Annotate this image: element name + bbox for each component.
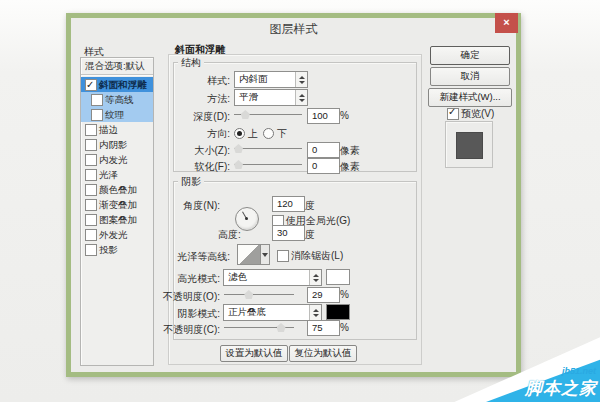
shadow-opacity-thumb[interactable] bbox=[277, 323, 286, 332]
ok-button[interactable]: 确定 bbox=[430, 46, 510, 65]
screenshot-stage: 图层样式 × 样式 混合选项:默认 斜面和浮雕 等高线 纹理 描边 bbox=[0, 0, 600, 402]
altitude-label: 高度: bbox=[218, 228, 241, 242]
preview-checkbox[interactable] bbox=[447, 108, 459, 120]
cancel-button[interactable]: 取消 bbox=[430, 67, 510, 86]
preview-frame bbox=[445, 121, 493, 168]
inner-glow-checkbox[interactable] bbox=[85, 154, 97, 166]
sidebar-item-pattern-overlay[interactable]: 图案叠加 bbox=[81, 212, 153, 227]
size-slider-thumb[interactable] bbox=[234, 144, 243, 153]
gloss-contour-thumbnail[interactable] bbox=[237, 244, 261, 265]
depth-slider[interactable] bbox=[234, 108, 302, 120]
drop-shadow-checkbox[interactable] bbox=[85, 244, 97, 256]
sidebar-item-inner-shadow[interactable]: 内阴影 bbox=[81, 137, 153, 152]
style-label: 样式: bbox=[171, 74, 230, 88]
direction-up-radio[interactable] bbox=[234, 128, 245, 139]
highlight-mode-label: 高光模式: bbox=[166, 272, 220, 286]
depth-slider-thumb[interactable] bbox=[241, 110, 250, 119]
shadow-opacity-slider[interactable] bbox=[224, 321, 294, 333]
stroke-checkbox[interactable] bbox=[85, 124, 97, 136]
layer-style-dialog: 图层样式 × 样式 混合选项:默认 斜面和浮雕 等高线 纹理 描边 bbox=[66, 13, 521, 377]
dialog-title: 图层样式 bbox=[71, 21, 516, 38]
highlight-opacity-thumb[interactable] bbox=[244, 290, 253, 299]
close-icon: × bbox=[503, 16, 509, 28]
highlight-mode-dropdown[interactable]: 滤色 bbox=[223, 269, 322, 286]
angle-label: 角度(N): bbox=[166, 199, 220, 213]
close-button[interactable]: × bbox=[495, 13, 518, 33]
shading-legend: 阴影 bbox=[178, 175, 204, 189]
contour-checkbox[interactable] bbox=[91, 94, 103, 106]
sidebar-separator bbox=[81, 74, 153, 76]
spinner-arrows-icon bbox=[295, 90, 307, 105]
size-label: 大小(Z): bbox=[171, 144, 230, 158]
outer-glow-checkbox[interactable] bbox=[85, 229, 97, 241]
spinner-arrows-icon bbox=[295, 72, 307, 87]
sidebar-item-contour[interactable]: 等高线 bbox=[81, 92, 153, 107]
sidebar-item-blending-options[interactable]: 混合选项:默认 bbox=[81, 58, 153, 73]
shadow-mode-dropdown[interactable]: 正片叠底 bbox=[223, 304, 322, 321]
texture-checkbox[interactable] bbox=[91, 109, 103, 121]
sidebar-item-inner-glow[interactable]: 内发光 bbox=[81, 152, 153, 167]
angle-unit: 度 bbox=[305, 199, 315, 213]
sidebar-item-texture[interactable]: 纹理 bbox=[81, 107, 153, 122]
color-overlay-checkbox[interactable] bbox=[85, 184, 97, 196]
spinner-arrows-icon bbox=[309, 270, 321, 285]
shadow-mode-label: 阴影模式: bbox=[166, 307, 220, 321]
shadow-color-swatch[interactable] bbox=[326, 304, 350, 320]
soften-slider[interactable] bbox=[234, 158, 302, 170]
highlight-opacity-label: 不透明度(O): bbox=[160, 290, 220, 304]
soften-label: 软化(F): bbox=[171, 160, 230, 174]
highlight-opacity-input[interactable]: 29 bbox=[307, 287, 340, 303]
size-slider[interactable] bbox=[234, 142, 302, 154]
structure-legend: 结构 bbox=[178, 56, 204, 70]
direction-label: 方向: bbox=[171, 127, 230, 141]
depth-input[interactable]: 100 bbox=[307, 108, 340, 124]
altitude-input[interactable]: 30 bbox=[272, 225, 305, 241]
direction-down-radio[interactable] bbox=[263, 128, 274, 139]
angle-dial-dot bbox=[245, 217, 248, 220]
spinner-arrows-icon bbox=[309, 305, 321, 320]
sidebar-item-satin[interactable]: 光泽 bbox=[81, 167, 153, 182]
angle-input[interactable]: 120 bbox=[272, 196, 305, 212]
depth-label: 深度(D): bbox=[171, 110, 230, 124]
preview-swatch bbox=[456, 132, 483, 159]
soften-unit: 像素 bbox=[340, 160, 360, 174]
sidebar-item-gradient-overlay[interactable]: 渐变叠加 bbox=[81, 197, 153, 212]
size-input[interactable]: 0 bbox=[307, 142, 340, 158]
titlebar[interactable]: 图层样式 bbox=[71, 18, 516, 39]
size-unit: 像素 bbox=[340, 144, 360, 158]
gloss-contour-dropdown-icon[interactable] bbox=[261, 244, 270, 265]
preview-label: 预览(V) bbox=[461, 107, 494, 121]
bevel-emboss-checkbox[interactable] bbox=[85, 79, 97, 91]
direction-up-label: 上 bbox=[248, 127, 258, 141]
highlight-opacity-unit: % bbox=[340, 289, 349, 300]
inner-shadow-checkbox[interactable] bbox=[85, 139, 97, 151]
sidebar-item-drop-shadow[interactable]: 投影 bbox=[81, 242, 153, 257]
technique-dropdown[interactable]: 平滑 bbox=[234, 89, 308, 106]
sidebar-item-stroke[interactable]: 描边 bbox=[81, 122, 153, 137]
antialias-label: 消除锯齿(L) bbox=[291, 249, 343, 263]
shadow-opacity-unit: % bbox=[340, 322, 349, 333]
highlight-opacity-slider[interactable] bbox=[224, 288, 294, 300]
antialias-checkbox[interactable] bbox=[277, 250, 289, 262]
altitude-unit: 度 bbox=[305, 228, 315, 242]
new-style-button[interactable]: 新建样式(W)... bbox=[428, 88, 512, 107]
reset-default-button[interactable]: 复位为默认值 bbox=[289, 345, 357, 362]
soften-input[interactable]: 0 bbox=[307, 158, 340, 174]
pattern-overlay-checkbox[interactable] bbox=[85, 214, 97, 226]
styles-list: 混合选项:默认 斜面和浮雕 等高线 纹理 描边 内阴影 bbox=[80, 57, 154, 366]
gloss-contour-label: 光泽等高线: bbox=[166, 250, 230, 264]
shadow-opacity-label: 不透明度(C): bbox=[160, 323, 220, 337]
style-dropdown[interactable]: 内斜面 bbox=[234, 71, 308, 88]
highlight-color-swatch[interactable] bbox=[326, 269, 350, 285]
sidebar-item-bevel-emboss[interactable]: 斜面和浮雕 bbox=[81, 77, 153, 92]
sidebar-item-color-overlay[interactable]: 颜色叠加 bbox=[81, 182, 153, 197]
technique-label: 方法: bbox=[171, 92, 230, 106]
direction-down-label: 下 bbox=[277, 127, 287, 141]
soften-slider-thumb[interactable] bbox=[234, 160, 243, 169]
shadow-opacity-input[interactable]: 75 bbox=[307, 320, 340, 336]
gradient-overlay-checkbox[interactable] bbox=[85, 199, 97, 211]
sidebar-item-outer-glow[interactable]: 外发光 bbox=[81, 227, 153, 242]
satin-checkbox[interactable] bbox=[85, 169, 97, 181]
watermark-site-url: jb51.net bbox=[514, 366, 596, 376]
make-default-button[interactable]: 设置为默认值 bbox=[220, 345, 288, 362]
